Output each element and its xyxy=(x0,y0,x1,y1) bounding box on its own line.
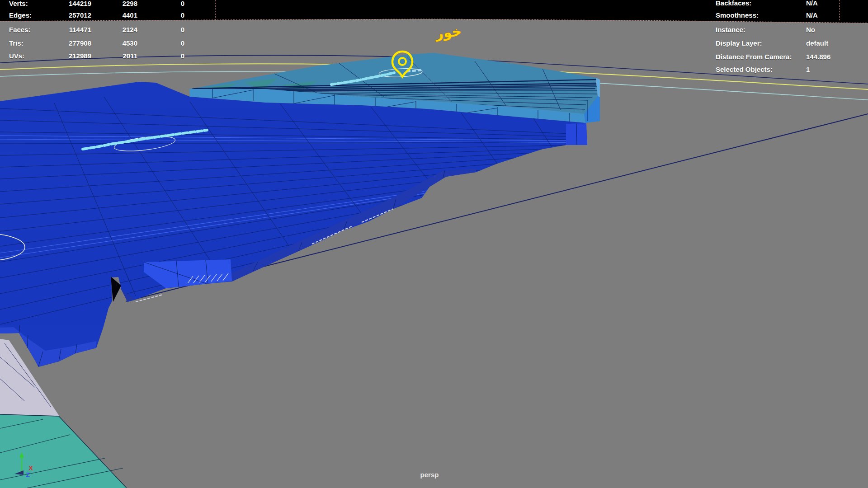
stat-component: 0 xyxy=(145,39,184,47)
info-value: N/A xyxy=(806,0,818,7)
stat-total: 277908 xyxy=(45,39,91,47)
info-label: Selected Objects: xyxy=(716,66,773,73)
stat-label: Tris: xyxy=(9,39,24,47)
hud-row-backfaces: Backfaces: N/A xyxy=(716,0,868,8)
stat-component: 0 xyxy=(145,26,184,33)
stat-label: Edges: xyxy=(9,11,32,19)
stat-component: 0 xyxy=(145,52,184,60)
info-value: 1 xyxy=(806,66,810,73)
stat-selected: 2011 xyxy=(99,52,137,60)
info-label: Instance: xyxy=(716,26,745,33)
camera-name-label: persp xyxy=(393,471,466,479)
info-label: Smoothness: xyxy=(716,11,759,19)
stat-label: Verts: xyxy=(9,0,28,7)
stat-label: UVs: xyxy=(9,52,24,60)
hud-row-verts: Verts: 144219 2298 0 xyxy=(9,0,181,9)
hud-row-selected-objects: Selected Objects: 1 xyxy=(716,66,868,75)
hud-row-instance: Instance: No xyxy=(716,26,868,35)
hud-row-smoothness: Smoothness: N/A xyxy=(716,11,868,20)
stat-total: 257012 xyxy=(45,11,91,19)
stat-selected: 2124 xyxy=(99,26,137,33)
info-value: No xyxy=(806,26,815,33)
stat-component: 0 xyxy=(145,0,184,7)
stat-selected: 4530 xyxy=(99,39,137,47)
hud-row-uvs: UVs: 212989 2011 0 xyxy=(9,52,181,61)
info-value: N/A xyxy=(806,11,818,19)
info-label: Backfaces: xyxy=(716,0,751,7)
hud-row-tris: Tris: 277908 4530 0 xyxy=(9,39,181,48)
stat-selected: 2298 xyxy=(99,0,137,7)
hud-row-edges: Edges: 257012 4401 0 xyxy=(9,11,181,20)
info-label: Distance From Camera: xyxy=(716,53,792,61)
z-axis-label: Z xyxy=(26,471,30,479)
hud-row-distance: Distance From Camera: 144.896 xyxy=(716,53,868,62)
info-value: default xyxy=(806,39,828,47)
stat-selected: 4401 xyxy=(99,11,137,19)
stat-total: 114471 xyxy=(45,26,91,33)
hud-row-display-layer: Display Layer: default xyxy=(716,39,868,48)
info-label: Display Layer: xyxy=(716,39,762,47)
place-label-arabic: خور xyxy=(434,23,462,42)
maya-viewport[interactable]: خور X Z Verts: 144219 2298 0 Edges: 2570… xyxy=(0,0,868,488)
object-details-hud: Backfaces: N/A Smoothness: N/A Instance:… xyxy=(716,0,868,81)
info-value: 144.896 xyxy=(806,53,830,61)
stat-total: 212989 xyxy=(45,52,91,60)
stat-total: 144219 xyxy=(45,0,91,7)
hud-row-faces: Faces: 114471 2124 0 xyxy=(9,26,181,35)
stat-label: Faces: xyxy=(9,26,31,33)
poly-count-hud: Verts: 144219 2298 0 Edges: 257012 4401 … xyxy=(9,0,181,72)
stat-component: 0 xyxy=(145,11,184,19)
